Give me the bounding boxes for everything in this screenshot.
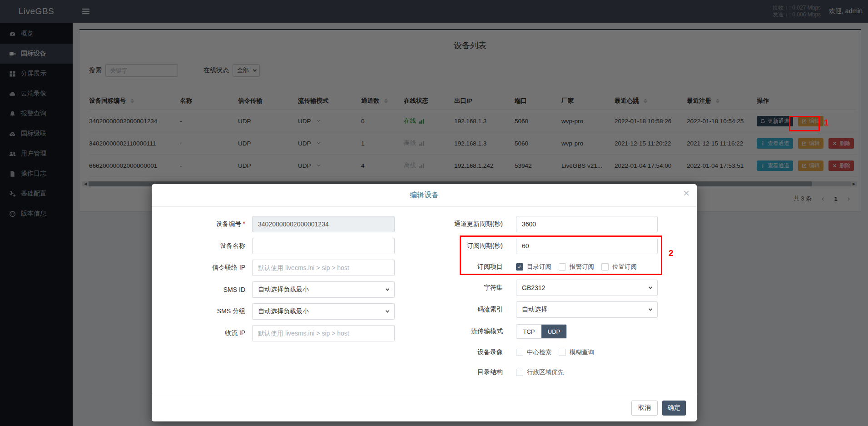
form-row: 字符集GB2312 — [376, 279, 685, 297]
checkbox-group: 行政区域优先 — [516, 368, 571, 376]
form-row: SMS ID自动选择负载最小 — [152, 281, 395, 299]
field-label: 设备名称 — [152, 242, 245, 250]
annotation-number-1: 1 — [824, 118, 829, 128]
modal-footer: 取消 确定 — [152, 394, 697, 421]
form-row: 信令联络 IP — [152, 259, 395, 277]
field-label: 字符集 — [376, 284, 503, 292]
field-control: 自动选择负载最小 — [252, 303, 395, 320]
form-row: 通道更新周期(秒) — [376, 215, 685, 233]
checkbox-unchecked[interactable] — [516, 369, 523, 376]
field-label: SMS 分组 — [152, 307, 245, 316]
select-value: 自动选择负载最小 — [258, 286, 309, 294]
required-asterisk: * — [243, 220, 245, 227]
chevron-down-icon — [649, 307, 652, 311]
field-label: 设备录像 — [376, 348, 503, 356]
form-row: 目录结构行政区域优先 — [376, 364, 685, 381]
field-control — [252, 238, 395, 254]
toggle-option-udp[interactable]: UDP — [541, 325, 566, 338]
form-row: 设备编号* — [152, 215, 395, 233]
select-value: 自动选择负载最小 — [258, 307, 309, 316]
chevron-down-icon — [649, 285, 652, 289]
select-value: GB2312 — [522, 284, 545, 291]
field-input[interactable] — [252, 238, 395, 254]
livegbs-app: LiveGBS 概览国标设备分屏展示云端录像报警查询国标级联用户管理操作日志基础… — [0, 0, 868, 426]
form-row: 码流索引自动选择 — [376, 301, 685, 319]
field-control: GB2312 — [516, 280, 658, 296]
field-label: 收流 IP — [152, 329, 245, 337]
checkbox-unchecked[interactable] — [516, 349, 523, 356]
checkbox-label: 中心检索 — [527, 348, 551, 356]
field-control: 中心检索模糊查询 — [516, 348, 601, 356]
field-control — [252, 325, 395, 341]
confirm-button[interactable]: 确定 — [662, 401, 686, 416]
field-select[interactable]: 自动选择负载最小 — [252, 303, 395, 320]
stream-mode-toggle: TCPUDP — [516, 324, 567, 339]
field-control — [252, 260, 395, 276]
field-label: 通道更新周期(秒) — [376, 220, 503, 228]
close-icon[interactable]: × — [683, 188, 689, 199]
form-row: 收流 IP — [152, 324, 395, 342]
form-row: SMS 分组自动选择负载最小 — [152, 302, 395, 321]
field-control — [516, 216, 658, 232]
form-row: 流传输模式TCPUDP — [376, 322, 685, 341]
form-row: 设备名称 — [152, 237, 395, 255]
field-control: 自动选择 — [516, 301, 658, 318]
field-label: 信令联络 IP — [152, 264, 245, 272]
annotation-number-2: 2 — [669, 248, 674, 258]
modal-body: 设备编号*设备名称信令联络 IPSMS ID自动选择负载最小SMS 分组自动选择… — [152, 207, 697, 394]
field-label: SMS ID — [152, 286, 245, 293]
cancel-button[interactable]: 取消 — [631, 401, 658, 416]
select-value: 自动选择 — [522, 306, 547, 314]
annotation-box-1 — [789, 116, 820, 131]
field-input[interactable] — [252, 216, 395, 232]
checkbox-label: 模糊查询 — [570, 348, 594, 356]
field-control — [252, 216, 395, 232]
field-input[interactable] — [252, 325, 395, 341]
field-input[interactable] — [516, 216, 658, 232]
toggle-option-tcp[interactable]: TCP — [516, 325, 541, 338]
edit-device-modal: 编辑设备 × 设备编号*设备名称信令联络 IPSMS ID自动选择负载最小SMS… — [152, 184, 697, 421]
field-select[interactable]: 自动选择 — [516, 301, 658, 318]
field-label: 目录结构 — [376, 368, 503, 376]
field-select[interactable]: 自动选择负载最小 — [252, 281, 395, 298]
field-label: 流传输模式 — [376, 327, 503, 336]
annotation-box-2 — [460, 236, 662, 275]
field-label: 设备编号* — [152, 220, 245, 228]
form-row: 设备录像中心检索模糊查询 — [376, 344, 685, 361]
field-control: TCPUDP — [516, 324, 567, 339]
field-control: 行政区域优先 — [516, 368, 571, 376]
checkbox-unchecked[interactable] — [559, 349, 566, 356]
modal-header: 编辑设备 × — [152, 184, 697, 207]
checkbox-label: 行政区域优先 — [527, 368, 564, 376]
field-control: 自动选择负载最小 — [252, 281, 395, 298]
field-input[interactable] — [252, 260, 395, 276]
checkbox-group: 中心检索模糊查询 — [516, 348, 601, 356]
field-select[interactable]: GB2312 — [516, 280, 658, 296]
modal-left-column: 设备编号*设备名称信令联络 IPSMS ID自动选择负载最小SMS 分组自动选择… — [152, 215, 395, 346]
field-label: 码流索引 — [376, 306, 503, 314]
modal-title: 编辑设备 — [410, 190, 439, 200]
